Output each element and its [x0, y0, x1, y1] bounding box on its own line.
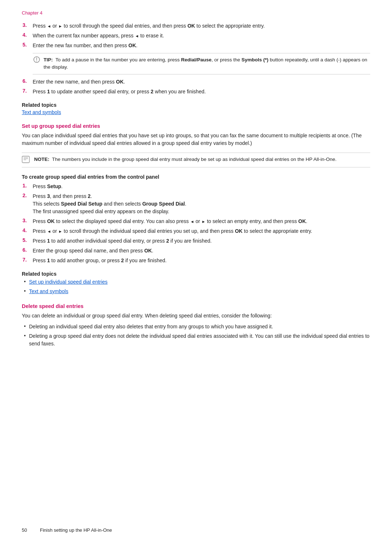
- group-step-1: 1. Press Setup.: [22, 183, 370, 190]
- related-topics-1-heading: Related topics: [22, 102, 370, 108]
- delete-bullet-icon-1: •: [24, 323, 29, 329]
- group-step-2-content: Press 3, and then press 2. This selects …: [33, 193, 370, 215]
- group-step-5-num: 5.: [23, 237, 33, 243]
- footer-text: Finish setting up the HP All-in-One: [40, 527, 112, 533]
- group-step-2-num: 2.: [23, 193, 33, 198]
- step-7-num: 7.: [23, 88, 33, 94]
- tip-text: TIP: To add a pause in the fax number yo…: [44, 56, 370, 71]
- group-step-7-content: Press 1 to add another group, or press 2…: [33, 257, 370, 264]
- delete-bullets-list: • Deleting an individual speed dial entr…: [22, 323, 370, 348]
- steps-top-list: 3. Press or to scroll through the speed …: [22, 22, 370, 49]
- related-topics-2-link-2[interactable]: Text and symbols: [29, 288, 370, 295]
- section-delete-heading: Delete speed dial entries: [22, 303, 370, 309]
- bullet-icon-1: •: [24, 279, 29, 284]
- note-body: The numbers you include in the group spe…: [52, 157, 336, 162]
- arrow-left-icon: [47, 23, 51, 29]
- tip-icon: [33, 56, 41, 63]
- svg-line-4: [38, 58, 39, 58]
- svg-line-8: [35, 61, 36, 62]
- section-group-body: You can place individual speed dial entr…: [22, 132, 370, 147]
- delete-bullet-1-text: Deleting an individual speed dial entry …: [29, 323, 370, 331]
- svg-point-2: [36, 61, 37, 61]
- group-step-7-num: 7.: [23, 257, 33, 263]
- group-step-2: 2. Press 3, and then press 2. This selec…: [22, 193, 370, 215]
- related-topics-2-heading: Related topics: [22, 271, 370, 277]
- step-6-content: Enter the new name, and then press OK.: [33, 78, 370, 86]
- step-5: 5. Enter the new fax number, and then pr…: [22, 42, 370, 49]
- chapter-label: Chapter 4: [22, 10, 370, 16]
- group-step-3-num: 3.: [23, 218, 33, 223]
- arrow-right-icon-4: [58, 228, 62, 234]
- group-step-1-num: 1.: [23, 183, 33, 189]
- step-6: 6. Enter the new name, and then press OK…: [22, 78, 370, 86]
- footer-page-number: 50: [22, 527, 33, 533]
- group-step-6-num: 6.: [23, 247, 33, 253]
- group-step-7: 7. Press 1 to add another group, or pres…: [22, 257, 370, 264]
- group-step-4-num: 4.: [23, 227, 33, 233]
- note-text: NOTE: The numbers you include in the gro…: [34, 156, 336, 163]
- step-4-content: When the current fax number appears, pre…: [33, 32, 370, 40]
- related-topics-2-link-1[interactable]: Set up individual speed dial entries: [29, 278, 370, 286]
- related-topics-2-item-1: • Set up individual speed dial entries: [22, 278, 370, 286]
- step-5-content: Enter the new fax number, and then press…: [33, 42, 370, 49]
- steps-group-list: 1. Press Setup. 2. Press 3, and then pre…: [22, 183, 370, 264]
- step-4-num: 4.: [23, 32, 33, 38]
- text-and-symbols-link-2[interactable]: Text and symbols: [29, 288, 68, 294]
- group-step-1-content: Press Setup.: [33, 183, 370, 190]
- delete-bullet-2: • Deleting a group speed dial entry does…: [22, 332, 370, 348]
- delete-bullet-2-text: Deleting a group speed dial entry does n…: [29, 332, 370, 348]
- delete-bullet-icon-2: •: [24, 333, 29, 339]
- section-delete-body: You can delete an individual or group sp…: [22, 312, 370, 320]
- text-and-symbols-link-1[interactable]: Text and symbols: [22, 109, 61, 115]
- section-group-heading: Set up group speed dial entries: [22, 123, 370, 129]
- bullet-icon-2: •: [24, 288, 29, 294]
- related-topics-2-list: • Set up individual speed dial entries •…: [22, 278, 370, 295]
- step-3-num: 3.: [23, 22, 33, 28]
- group-step-6: 6. Enter the group speed dial name, and …: [22, 247, 370, 255]
- steps-6-7-list: 6. Enter the new name, and then press OK…: [22, 78, 370, 96]
- svg-rect-11: [22, 156, 29, 163]
- page-footer: 50 Finish setting up the HP All-in-One: [22, 527, 370, 533]
- subheading-create: To create group speed dial entries from …: [22, 174, 370, 180]
- group-step-6-content: Enter the group speed dial name, and the…: [33, 247, 370, 255]
- step-6-num: 6.: [23, 78, 33, 84]
- related-topics-2-item-2: • Text and symbols: [22, 288, 370, 295]
- related-topics-1-link[interactable]: Text and symbols: [22, 109, 370, 115]
- set-up-individual-link[interactable]: Set up individual speed dial entries: [29, 279, 107, 285]
- group-step-4-content: Press or to scroll through the individua…: [33, 227, 370, 235]
- tip-label: TIP:: [44, 57, 53, 62]
- arrow-left-icon-2: [135, 33, 139, 39]
- group-step-5: 5. Press 1 to add another individual spe…: [22, 237, 370, 245]
- tip-box: TIP: To add a pause in the fax number yo…: [33, 53, 370, 74]
- step-4: 4. When the current fax number appears, …: [22, 32, 370, 40]
- arrow-left-icon-4: [47, 228, 51, 234]
- step-3: 3. Press or to scroll through the speed …: [22, 22, 370, 30]
- svg-line-6: [38, 61, 39, 62]
- arrow-right-icon-3: [201, 218, 205, 224]
- arrow-right-icon: [58, 23, 62, 29]
- svg-line-10: [35, 58, 36, 58]
- step-7: 7. Press 1 to update another speed dial …: [22, 88, 370, 96]
- step-3-content: Press or to scroll through the speed dia…: [33, 22, 370, 30]
- group-step-4: 4. Press or to scroll through the indivi…: [22, 227, 370, 235]
- arrow-left-icon-3: [190, 218, 194, 224]
- delete-bullet-1: • Deleting an individual speed dial entr…: [22, 323, 370, 331]
- note-box: NOTE: The numbers you include in the gro…: [22, 153, 370, 167]
- group-step-3: 3. Press OK to select the displayed spee…: [22, 218, 370, 225]
- step-5-num: 5.: [23, 42, 33, 48]
- group-step-3-content: Press OK to select the displayed speed d…: [33, 218, 370, 225]
- group-step-5-content: Press 1 to add another individual speed …: [33, 237, 370, 245]
- note-icon: [22, 156, 31, 164]
- step-7-content: Press 1 to update another speed dial ent…: [33, 88, 370, 96]
